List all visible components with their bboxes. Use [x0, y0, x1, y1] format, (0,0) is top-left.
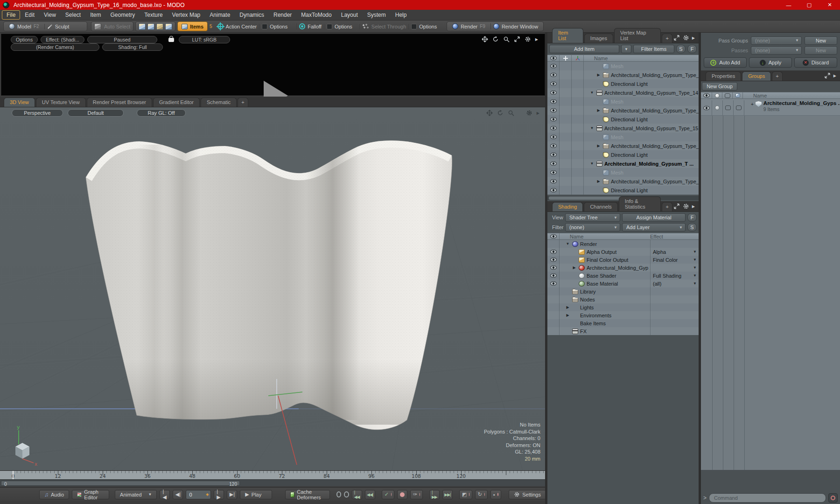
- axis-column-icon[interactable]: [572, 55, 584, 61]
- shader-tree-row[interactable]: Render ▼: [547, 240, 699, 248]
- effect-value[interactable]: Alpha: [650, 248, 691, 256]
- name-column-header[interactable]: Name: [560, 234, 650, 239]
- cache-deformers-button[interactable]: Cache Deformers: [285, 490, 329, 499]
- effect-value[interactable]: [650, 311, 691, 319]
- visibility-eye-icon[interactable]: [550, 99, 557, 104]
- molding-model[interactable]: [79, 135, 462, 430]
- panel-menu-arrow-icon[interactable]: ▶: [692, 36, 695, 40]
- timeline-ruler[interactable]: 01224364860728496108120: [0, 470, 546, 479]
- item-list-row[interactable]: Directional Light: [547, 186, 699, 195]
- sculpt-mode-button[interactable]: Sculpt: [44, 24, 72, 29]
- menu-item[interactable]: System: [363, 10, 391, 20]
- effect-value[interactable]: [650, 327, 691, 335]
- visibility-eye-icon[interactable]: [550, 273, 557, 278]
- go-to-start-button[interactable]: |◀: [160, 490, 170, 499]
- visibility-column-icon[interactable]: [550, 234, 557, 238]
- expander-arrow-icon[interactable]: [572, 266, 577, 270]
- menu-item[interactable]: Texture: [140, 10, 167, 20]
- select-through-button[interactable]: Select Through: [359, 24, 408, 29]
- shader-tree-row[interactable]: Alpha Output Alpha ▼: [547, 248, 699, 256]
- current-frame-field[interactable]: 0◈: [186, 490, 211, 499]
- visibility-eye-icon[interactable]: [550, 188, 557, 192]
- panel-tab[interactable]: Properties: [706, 71, 741, 81]
- visibility-eye-icon[interactable]: [550, 281, 557, 286]
- auto-key-button[interactable]: ✓: [382, 490, 394, 499]
- viewport-tab[interactable]: +: [238, 98, 248, 107]
- item-list-row[interactable]: Architectural_Molding_Gypsum_Type_15 ...: [547, 124, 699, 133]
- new-pass-button[interactable]: New: [805, 46, 837, 55]
- preview-camera-button[interactable]: (Render Camera): [11, 43, 99, 51]
- time-snap-icon[interactable]: [344, 491, 349, 497]
- preview-lut-button[interactable]: LUT: sRGB: [179, 36, 230, 43]
- passes-dropdown[interactable]: (none)▼: [751, 46, 802, 55]
- menu-item[interactable]: Animate: [205, 10, 235, 20]
- item-list-row[interactable]: Mesh: [547, 97, 699, 106]
- add-item-dropdown[interactable]: ▼: [621, 45, 631, 53]
- viewport-tab[interactable]: 3D View: [4, 98, 35, 107]
- key-copy-button[interactable]: ◩: [459, 490, 472, 499]
- menu-item[interactable]: Vertex Map: [168, 10, 205, 20]
- pass-groups-dropdown[interactable]: (none)▼: [751, 36, 802, 45]
- filter-items-field[interactable]: Filter Items: [633, 45, 674, 53]
- visibility-column-icon[interactable]: [550, 56, 557, 60]
- new-pass-group-button[interactable]: New: [805, 36, 837, 45]
- maximize-panel-icon[interactable]: [824, 72, 831, 79]
- edges-mode-icon[interactable]: [147, 23, 154, 30]
- effect-value[interactable]: [650, 240, 691, 248]
- panel-menu-arrow-icon[interactable]: ▶: [692, 204, 695, 209]
- command-input[interactable]: Command: [709, 493, 826, 503]
- expander-arrow-icon[interactable]: [565, 305, 570, 309]
- render-preview[interactable]: Options Effect: (Shadi... Paused LUT: sR…: [1, 34, 545, 96]
- pan-icon[interactable]: [486, 110, 493, 116]
- shader-tree-row[interactable]: Environments ▼: [547, 311, 699, 319]
- shader-tree-row[interactable]: Lights ▼: [547, 303, 699, 311]
- effect-dropdown-icon[interactable]: ▼: [691, 258, 699, 262]
- panel-tab[interactable]: +: [662, 202, 672, 211]
- gear-icon[interactable]: [683, 203, 689, 210]
- shader-view-dropdown[interactable]: Shader Tree▼: [565, 213, 620, 222]
- select-through-options-button[interactable]: Options: [408, 24, 439, 29]
- raygl-button[interactable]: Ray GL: Off: [137, 109, 186, 117]
- item-list-row[interactable]: Directional Light: [547, 150, 699, 159]
- command-record-button[interactable]: [828, 493, 838, 503]
- lock-column-icon[interactable]: [560, 55, 572, 61]
- model-mode-button[interactable]: Model F2: [7, 23, 42, 29]
- render-column-icon[interactable]: [712, 92, 722, 98]
- zoom-icon[interactable]: [508, 110, 514, 116]
- expander-arrow-icon[interactable]: [596, 73, 601, 77]
- visibility-eye-icon[interactable]: [550, 82, 557, 86]
- effect-value[interactable]: Full Shading: [650, 272, 691, 280]
- menu-item[interactable]: Edit: [20, 10, 39, 20]
- render-button[interactable]: Render F9: [450, 23, 488, 29]
- play-button[interactable]: ▶Play: [240, 490, 272, 499]
- playhead[interactable]: [13, 471, 14, 479]
- item-toggle-icon[interactable]: [736, 105, 742, 110]
- rotate-icon[interactable]: [492, 36, 499, 42]
- frame-spinner-icon[interactable]: ◈: [206, 492, 209, 497]
- maximize-panel-icon[interactable]: [673, 203, 680, 210]
- shader-tree-row[interactable]: Base Shader Full Shading ▼: [547, 272, 699, 280]
- materials-mode-icon[interactable]: [165, 23, 172, 30]
- expander-arrow-icon[interactable]: [565, 242, 570, 246]
- item-list-row[interactable]: Mesh: [547, 133, 699, 141]
- add-layer-dropdown[interactable]: Add Layer▼: [622, 223, 686, 231]
- key-cycle-button[interactable]: ↻: [475, 490, 488, 499]
- preview-effect-button[interactable]: Effect: (Shadi...: [41, 36, 84, 43]
- previous-frame-button[interactable]: ◀|: [173, 490, 183, 499]
- next-key-button[interactable]: |▶▶: [429, 490, 440, 499]
- anim-mode-dropdown[interactable]: Animated▼: [115, 490, 157, 499]
- minimize-button[interactable]: —: [778, 0, 799, 10]
- auto-select-button[interactable]: Auto Select: [91, 21, 133, 31]
- item-list-row[interactable]: Architectural_Molding_Gypsum_Type_ ...: [547, 141, 699, 150]
- assign-material-button[interactable]: Assign Material: [622, 213, 686, 222]
- visibility-eye-icon[interactable]: [550, 179, 557, 183]
- render-toggle-icon[interactable]: [715, 105, 720, 110]
- next-key2-button[interactable]: ▶▶|: [442, 490, 453, 499]
- record-key-button[interactable]: [397, 490, 407, 499]
- visibility-eye-icon[interactable]: [550, 108, 557, 112]
- expander-arrow-icon[interactable]: [596, 144, 601, 148]
- group-row[interactable]: + Architectural_Molding_Gyps ... 9 Items: [701, 99, 840, 116]
- item-list-row[interactable]: Architectural_Molding_Gypsum_Type_ ...: [547, 70, 699, 79]
- item-list-row[interactable]: Mesh: [547, 168, 699, 177]
- visibility-eye-icon[interactable]: [550, 144, 557, 148]
